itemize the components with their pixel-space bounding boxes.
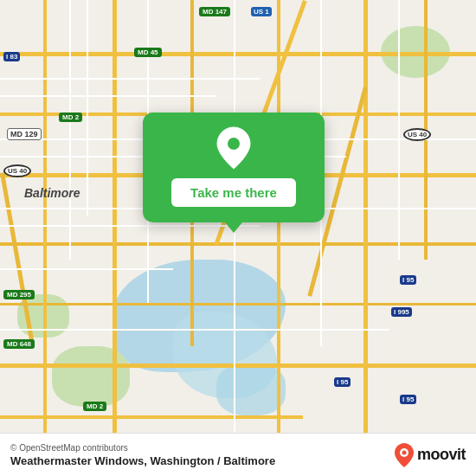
minor-road-v4 xyxy=(234,0,235,476)
location-pin-icon xyxy=(212,126,255,170)
moovit-text: moovit xyxy=(417,446,466,464)
minor-road-h2 xyxy=(0,95,216,97)
bottom-left-info: © OpenStreetMap contributors Weathermast… xyxy=(10,443,275,467)
route-md295: MD 295 xyxy=(3,290,35,299)
minor-road-h1 xyxy=(0,78,260,80)
route-i83: I 83 xyxy=(3,52,20,61)
svg-point-0 xyxy=(228,138,240,150)
osm-credit: © OpenStreetMap contributors xyxy=(10,443,275,453)
minor-road-h6 xyxy=(0,225,260,227)
route-us40-right: US 40 xyxy=(403,128,431,141)
road-vertical-1 xyxy=(43,0,47,476)
popup-tail xyxy=(225,222,242,233)
route-md45: MD 45 xyxy=(134,48,162,57)
road-horizontal-1 xyxy=(0,52,476,56)
green-area-south xyxy=(52,346,130,407)
route-i95-right: I 95 xyxy=(400,275,416,285)
road-vertical-2 xyxy=(113,0,117,476)
route-md648: MD 648 xyxy=(3,339,35,349)
road-vertical-5 xyxy=(363,0,368,476)
popup-card: Take me there xyxy=(143,113,325,222)
minor-road-v6 xyxy=(398,0,400,260)
road-horizontal-4 xyxy=(0,242,476,246)
route-i95b: I 95 xyxy=(400,395,416,404)
svg-point-2 xyxy=(402,450,406,454)
route-i95-bottom: I 95 xyxy=(334,377,351,387)
road-horizontal-6 xyxy=(0,363,476,368)
minor-road-h8 xyxy=(0,329,389,331)
map-container: US 1 MD 147 MD 45 MD 2 MD 129 US 40 US 4… xyxy=(0,0,476,476)
route-md129: MD 129 xyxy=(7,128,42,140)
road-horizontal-5 xyxy=(0,303,476,306)
route-i995: I 995 xyxy=(391,307,412,317)
city-label: Baltimore xyxy=(24,186,80,200)
route-md2: MD 2 xyxy=(59,113,82,122)
minor-road-v2 xyxy=(87,0,88,216)
moovit-pin-icon xyxy=(395,443,414,467)
take-me-there-button[interactable]: Take me there xyxy=(171,178,296,207)
moovit-logo: moovit xyxy=(395,443,466,467)
route-us1: US 1 xyxy=(251,7,272,16)
route-md2b: MD 2 xyxy=(83,402,106,411)
minor-road-v1 xyxy=(69,0,71,260)
bottom-bar: © OpenStreetMap contributors Weathermast… xyxy=(0,433,476,476)
route-md147: MD 147 xyxy=(199,7,230,16)
water-channel xyxy=(216,363,286,415)
route-us40-left: US 40 xyxy=(3,164,31,177)
location-name: Weathermaster Windows, Washington / Balt… xyxy=(10,454,275,467)
